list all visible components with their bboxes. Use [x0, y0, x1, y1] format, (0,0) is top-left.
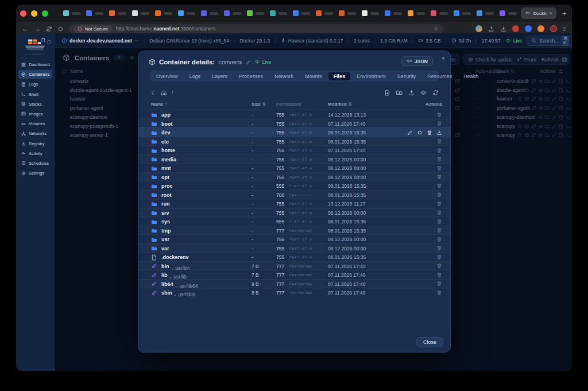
file-row[interactable]: media-755rwxr-xr-x08.12.2026 00:00	[138, 154, 450, 164]
browser-tab[interactable]	[224, 10, 242, 16]
delete-icon[interactable]	[436, 192, 442, 198]
close-window-button[interactable]	[20, 10, 26, 17]
file-row[interactable]: boot-755rwxr-xr-x07.11.2026 17:40	[138, 119, 450, 128]
delete-icon[interactable]	[436, 254, 442, 260]
tab-health[interactable]: Health	[458, 72, 483, 80]
json-button[interactable]: <> JSON	[401, 56, 433, 66]
browser-tab[interactable]	[454, 10, 471, 16]
file-row[interactable]: app-755rwxr-xr-x14.12.2026 13:13	[138, 110, 450, 119]
delete-icon[interactable]	[436, 290, 442, 296]
delete-icon[interactable]	[427, 130, 432, 136]
tab-mounts[interactable]: Mounts	[300, 72, 327, 80]
file-row[interactable]: srv-755rwxr-xr-x08.12.2026 00:00	[138, 208, 450, 217]
tab-security[interactable]: Security	[392, 72, 421, 80]
upload-icon[interactable]	[408, 90, 415, 96]
file-row[interactable]: etc-755rwxr-xr-x08.01.2026 15:35	[138, 137, 450, 146]
browser-tab[interactable]	[431, 10, 448, 16]
tab-logs[interactable]: Logs	[184, 72, 206, 80]
file-name[interactable]: run	[161, 201, 170, 207]
profile-avatar[interactable]	[537, 25, 544, 32]
sidebar-item-schedules[interactable]: Schedules	[18, 159, 52, 168]
zoom-window-button[interactable]	[42, 10, 48, 17]
bookmark-star-icon[interactable]: ☆	[434, 26, 439, 32]
file-name[interactable]: etc	[161, 139, 169, 145]
file-name[interactable]: root	[161, 192, 172, 198]
delete-icon[interactable]	[436, 227, 442, 233]
file-name[interactable]: .dockerenv	[161, 254, 189, 260]
browser-tab[interactable]	[178, 10, 196, 16]
sidebar-item-volumes[interactable]: Volumes	[18, 119, 52, 128]
back-icon[interactable]: ←	[22, 25, 29, 32]
file-row[interactable]: var-755rwxr-xr-x08.12.2026 00:00	[138, 243, 450, 253]
chmod-icon[interactable]	[417, 130, 423, 136]
sidebar-item-stacks[interactable]: Stacks	[18, 100, 52, 109]
browser-tab[interactable]	[500, 10, 517, 16]
file-row[interactable]: tmp-777rwxrwxrwt08.01.2026 15:35	[138, 226, 450, 235]
delete-icon[interactable]	[436, 174, 442, 180]
browser-tab[interactable]	[132, 10, 150, 16]
file-row[interactable]: home-755rwxr-xr-x07.11.2026 17:40	[138, 145, 450, 154]
browser-tab[interactable]	[155, 10, 173, 16]
home-icon[interactable]	[161, 90, 167, 96]
new-folder-icon[interactable]	[396, 90, 403, 96]
file-name[interactable]: boot	[161, 121, 173, 127]
collapse-sidebar-icon[interactable]	[47, 40, 52, 45]
refresh-files-icon[interactable]	[432, 90, 439, 96]
sidebar-item-images[interactable]: Images	[18, 110, 52, 118]
file-name[interactable]: lib → usr/lib	[161, 272, 168, 278]
file-row[interactable]: dev-755rwxr-xr-x08.01.2026 15:35	[138, 127, 450, 137]
current-path[interactable]: /	[172, 90, 173, 95]
file-name[interactable]: home	[161, 148, 175, 153]
close-button[interactable]: Close	[416, 337, 443, 347]
tab-files[interactable]: Files	[328, 72, 351, 80]
file-name[interactable]: usr	[161, 237, 169, 242]
file-name[interactable]: bin → usr/bin	[161, 264, 169, 269]
browser-tab[interactable]	[293, 10, 311, 16]
global-search[interactable]: Search... ⌘ K	[527, 36, 572, 46]
delete-icon[interactable]	[436, 165, 442, 171]
minimize-window-button[interactable]	[31, 10, 37, 17]
sidebar-item-activity[interactable]: Activity	[18, 149, 52, 158]
delete-icon[interactable]	[436, 138, 442, 144]
file-name[interactable]: srv	[161, 210, 169, 216]
sidebar-item-containers[interactable]: Containers	[18, 70, 52, 79]
blocked-extension-icon[interactable]	[550, 25, 557, 32]
file-name[interactable]: lib64 → usr/lib64	[161, 281, 173, 287]
forward-icon[interactable]: →	[34, 25, 41, 32]
browser-tab[interactable]	[247, 10, 265, 16]
browser-tab[interactable]	[339, 10, 357, 16]
file-name[interactable]: proc	[161, 183, 173, 189]
chevron-down-icon[interactable]	[134, 38, 139, 43]
delete-icon[interactable]	[436, 272, 442, 278]
new-tab-button[interactable]: +	[562, 10, 567, 17]
file-name[interactable]: sys	[161, 219, 170, 224]
rename-pencil-icon[interactable]	[246, 60, 251, 65]
not-secure-badge[interactable]: Not Secure	[74, 25, 112, 33]
delete-icon[interactable]	[436, 237, 442, 242]
delete-icon[interactable]	[436, 201, 442, 207]
file-name[interactable]: mnt	[161, 165, 171, 171]
browser-tab[interactable]	[408, 10, 425, 16]
file-row[interactable]: usr-755rwxr-xr-x08.12.2026 00:00	[138, 234, 450, 243]
address-bar[interactable]: Not Secure http://crios.home.naoned.net:…	[69, 24, 443, 34]
file-row[interactable]: bin → usr/bin7 B777rwxrwxrwx07.11.2026 1…	[138, 261, 450, 270]
tab-layers[interactable]: Layers	[207, 72, 233, 80]
file-name[interactable]: media	[161, 157, 176, 162]
file-name[interactable]: sbin → usr/sbin	[161, 290, 172, 296]
tab-environment[interactable]: Environment	[351, 72, 391, 80]
browser-tab[interactable]	[316, 10, 334, 16]
delete-icon[interactable]	[436, 112, 442, 118]
extension-icon[interactable]	[475, 25, 482, 32]
file-row[interactable]: proc-555r-xr-xr-x08.01.2026 15:35	[138, 181, 450, 190]
sidebar-item-settings[interactable]: Settings	[18, 169, 52, 177]
sidebar-item-logs[interactable]: Logs	[18, 80, 52, 88]
extension-shield-icon[interactable]	[57, 26, 64, 32]
file-name[interactable]: app	[161, 112, 171, 118]
file-row[interactable]: opt-755rwxr-xr-x08.12.2026 00:00	[138, 172, 450, 181]
file-row[interactable]: sys-555r-xr-xr-x08.01.2026 15:35	[138, 216, 450, 226]
file-row[interactable]: lib → usr/lib7 B777rwxrwxrwx07.11.2026 1…	[138, 270, 450, 279]
close-icon[interactable]: ×	[442, 55, 445, 61]
file-name[interactable]: tmp	[161, 228, 171, 234]
sidebar-item-networks[interactable]: Networks	[18, 129, 52, 138]
browser-tab[interactable]	[201, 10, 219, 16]
